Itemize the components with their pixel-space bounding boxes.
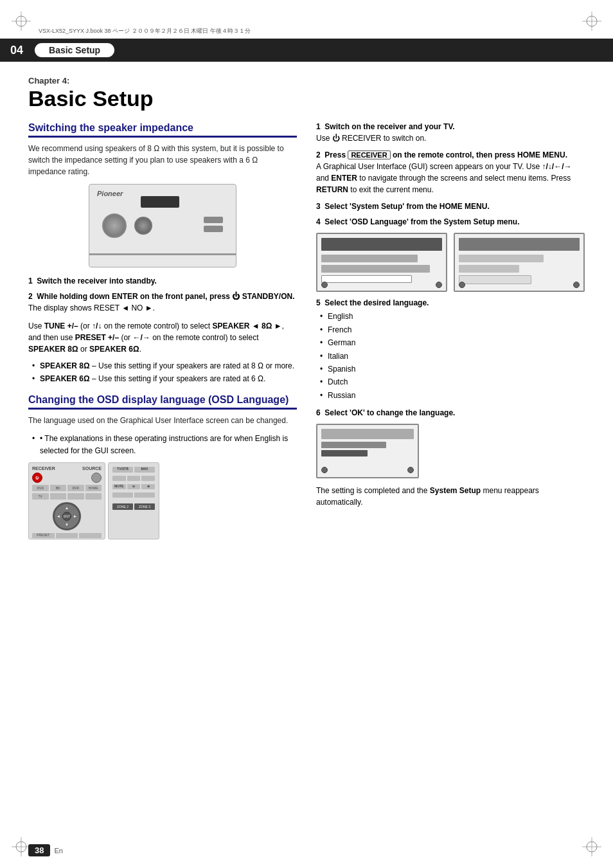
step-2-title: While holding down ENTER on the front pa… — [37, 292, 294, 301]
receiver-buttons — [204, 217, 223, 232]
gui-item-1 — [321, 255, 418, 262]
receiver-btn-1 — [204, 217, 223, 223]
section1-intro: We recommend using speakers of 8 Ω with … — [28, 143, 297, 177]
right-step-4-block: 4 Select 'OSD Language' from the System … — [316, 217, 585, 226]
gui-screen-left-bar — [321, 238, 442, 251]
gui-single-item-1 — [321, 442, 386, 448]
gui-screen-single — [316, 424, 419, 478]
right-step-6-num: 6 — [316, 408, 321, 417]
right-step-5-num: 5 — [316, 298, 321, 307]
receiver-key: RECEIVER — [348, 150, 390, 159]
lang-dutch: Dutch — [323, 375, 585, 388]
corner-decoration-tr — [582, 12, 601, 31]
column-right: 1 Switch on the receiver and your TV. Us… — [316, 122, 585, 836]
closing-text: The setting is completed and the System … — [316, 485, 585, 508]
lang-german: German — [323, 336, 585, 349]
page-number: 38 — [28, 844, 50, 856]
right-step-1-title: Switch on the receiver and your TV. — [324, 122, 454, 131]
gui-screens-pair — [316, 233, 585, 292]
gui-single-item-2 — [321, 450, 368, 457]
receiver-strip — [89, 253, 236, 255]
gui-screen-left — [316, 233, 447, 292]
step-2-num: 2 — [28, 292, 33, 301]
step-1-header: 1 Switch the receiver into standby. — [28, 276, 297, 285]
chapter-label: Chapter 4: — [28, 76, 585, 86]
lang-spanish: Spanish — [323, 363, 585, 375]
right-step-3-block: 3 Select 'System Setup' from the HOME ME… — [316, 202, 585, 211]
step-1-block: 1 Switch the receiver into standby. — [28, 276, 297, 285]
chapter-main-title: Basic Setup — [28, 87, 585, 111]
right-step-2-num: 2 — [316, 150, 321, 159]
right-step-1-num: 1 — [316, 122, 321, 131]
column-left: Switching the speaker impedance We recom… — [28, 122, 297, 836]
right-step-5-title: Select the desired language. — [324, 298, 429, 307]
gui-single-dot-left — [321, 467, 328, 473]
tune-text: Use TUNE +/– (or ↑/↓ on the remote contr… — [28, 320, 297, 355]
right-step-2-body: A Graphical User Interface (GUI) screen … — [316, 161, 585, 195]
right-step-1-header: 1 Switch on the receiver and your TV. — [316, 122, 585, 131]
header-bar: 04 Basic Setup — [0, 39, 613, 62]
right-step-4-header: 4 Select 'OSD Language' from the System … — [316, 217, 585, 226]
step-1-title: Switch the receiver into standby. — [37, 276, 157, 285]
page-footer: 38 En — [28, 844, 585, 856]
gui-item-r2 — [459, 265, 519, 273]
gui-single-dot-right — [407, 467, 414, 473]
section2-intro: The language used on the Graphical User … — [28, 415, 297, 426]
gui-single-footer — [321, 467, 414, 473]
corner-decoration-tl — [12, 12, 31, 31]
right-step-3-title: Select 'System Setup' from the HOME MENU… — [324, 202, 489, 211]
section2-note-item: • The explanations in these operating in… — [35, 433, 297, 457]
gui-item-2 — [321, 265, 430, 273]
section2-note-list: • The explanations in these operating in… — [28, 433, 297, 457]
right-step-2-block: 2 Press RECEIVER on the remote control, … — [316, 150, 585, 195]
speaker-bullet-list: SPEAKER 8Ω – Use this setting if your sp… — [28, 360, 297, 384]
chapter-number: 04 — [10, 44, 23, 57]
step-2-header: 2 While holding down ENTER on the front … — [28, 292, 297, 301]
remote-composite-image: RECEIVER SOURCE ⏻ DVD BD D — [28, 462, 297, 539]
header-title: Basic Setup — [35, 43, 114, 57]
gui-dot-r-left — [459, 282, 465, 288]
gui-screen-right-footer — [459, 282, 580, 288]
language-list: English French German Italian Spanish Du… — [316, 310, 585, 402]
lang-french: French — [323, 323, 585, 336]
right-step-2-header: 2 Press RECEIVER on the remote control, … — [316, 150, 585, 159]
lang-russian: Russian — [323, 389, 585, 402]
pioneer-logo: Pioneer — [97, 190, 123, 197]
right-step-6-header: 6 Select 'OK' to change the language. — [316, 408, 585, 417]
receiver-btn-2 — [204, 226, 223, 232]
right-step-3-num: 3 — [316, 202, 321, 211]
gui-screen-right — [454, 233, 585, 292]
osd-section: Changing the OSD display language (OSD L… — [28, 394, 297, 539]
page-lang: En — [54, 847, 62, 854]
right-step-3-header: 3 Select 'System Setup' from the HOME ME… — [316, 202, 585, 211]
receiver-knob — [102, 213, 127, 238]
step-2-block: 2 While holding down ENTER on the front … — [28, 292, 297, 314]
section2-heading: Changing the OSD display language (OSD L… — [28, 394, 297, 410]
right-step-4-num: 4 — [316, 217, 321, 226]
two-column-layout: Switching the speaker impedance We recom… — [28, 122, 585, 836]
lang-english: English — [323, 310, 585, 323]
remote-left-panel: RECEIVER SOURCE ⏻ DVD BD D — [28, 462, 105, 539]
gui-dot-r-right — [573, 282, 580, 288]
right-step-4-title: Select 'OSD Language' from the System Se… — [324, 217, 519, 226]
remote-right-panel: TV/STB MAX MUTE ⊖ ⊕ — [108, 462, 159, 539]
receiver-image: Pioneer — [89, 184, 236, 267]
right-step-1-body: Use ⏻ RECEIVER to switch on. — [316, 132, 585, 144]
gui-item-r1 — [459, 255, 544, 262]
step-2-body: The display shows RESET ◄ NO ►. — [28, 302, 297, 314]
receiver-display — [141, 196, 179, 208]
right-step-1-block: 1 Switch on the receiver and your TV. Us… — [316, 122, 585, 144]
gui-dot-left — [321, 282, 328, 288]
right-step-6-title: Select 'OK' to change the language. — [324, 408, 455, 417]
right-step-5-header: 5 Select the desired language. — [316, 298, 585, 307]
right-step-6-block: 6 Select 'OK' to change the language. — [316, 408, 585, 417]
step-1-num: 1 — [28, 276, 33, 285]
speaker-8ohm-item: SPEAKER 8Ω – Use this setting if your sp… — [35, 360, 297, 372]
receiver-dial — [134, 217, 152, 235]
lang-italian: Italian — [323, 350, 585, 363]
gui-screen-left-footer — [321, 282, 442, 288]
main-content: Chapter 4: Basic Setup Switching the spe… — [0, 64, 613, 868]
right-step-5-block: 5 Select the desired language. English F… — [316, 298, 585, 402]
gui-screen-right-bar — [459, 238, 580, 251]
gui-single-bar — [321, 429, 414, 439]
